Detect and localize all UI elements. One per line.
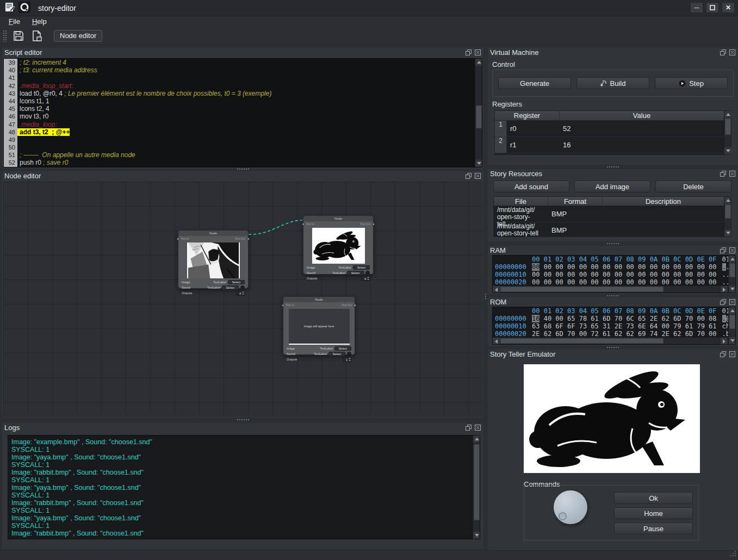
scroll-thumb[interactable] xyxy=(725,119,731,135)
float-icon[interactable] xyxy=(465,424,472,431)
register-row[interactable]: 1 r0 52 xyxy=(495,121,731,137)
rom-vertical-scrollbar[interactable] xyxy=(728,307,735,344)
add-sound-button[interactable]: Add sound xyxy=(493,181,569,192)
port-out-dot[interactable] xyxy=(354,304,356,307)
node-editor-toolbar-button[interactable]: Node editor xyxy=(54,30,102,42)
add-image-button[interactable]: Add image xyxy=(574,181,650,192)
port-in-dot[interactable] xyxy=(302,223,305,226)
port-in-dot[interactable] xyxy=(177,238,179,240)
scroll-up-icon[interactable] xyxy=(724,111,731,118)
log-view[interactable]: Image: "example.bmp" , Sound: "choose1.s… xyxy=(8,435,480,539)
float-icon[interactable] xyxy=(720,298,727,306)
ram-hex-view[interactable]: 00 01 02 03 04 05 06 07 08 09 0A 0B 0C 0… xyxy=(492,255,736,293)
close-icon[interactable] xyxy=(474,49,481,56)
scroll-down-icon[interactable] xyxy=(724,229,731,237)
scroll-up-icon[interactable] xyxy=(724,197,731,204)
select-sound-button[interactable]: Select xyxy=(222,285,239,290)
float-icon[interactable] xyxy=(720,170,727,177)
media-node-3[interactable]: Node Port In Port Out Image will appear … xyxy=(283,296,355,355)
script-code-editor[interactable]: 39; t2: increment 4 40; t3: current medi… xyxy=(3,58,482,167)
scroll-right-icon[interactable] xyxy=(721,338,728,345)
resource-row[interactable]: /mnt/data/git/open-story-tell… BMP xyxy=(494,206,731,222)
close-icon[interactable] xyxy=(729,298,736,306)
resources-scrollbar[interactable] xyxy=(724,197,731,237)
media-node-1[interactable]: Node Port In Port Out ImageTextLabelSele… xyxy=(178,230,249,289)
scroll-thumb[interactable] xyxy=(500,338,663,344)
play-sound-icon[interactable] xyxy=(365,271,370,275)
splitter-handle[interactable] xyxy=(488,346,738,349)
select-sound-button[interactable]: Select xyxy=(347,271,364,275)
select-image-button[interactable]: Select xyxy=(353,265,370,270)
close-icon[interactable] xyxy=(729,170,736,177)
logs-vertical-scrollbar[interactable] xyxy=(473,435,480,539)
register-column-header[interactable]: Register xyxy=(495,111,560,120)
float-icon[interactable] xyxy=(465,172,472,179)
registers-scrollbar[interactable] xyxy=(724,111,731,154)
generate-button[interactable]: Generate xyxy=(498,77,571,89)
scroll-up-icon[interactable] xyxy=(475,59,482,66)
scroll-thumb[interactable] xyxy=(729,315,735,329)
delete-button[interactable]: Delete xyxy=(655,181,731,192)
outputs-stepper[interactable]: 4 xyxy=(361,276,370,281)
toolbar-drag-handle[interactable] xyxy=(3,30,7,42)
pause-button[interactable]: Pause xyxy=(614,522,693,534)
file-column-header[interactable]: File xyxy=(494,197,548,206)
outputs-stepper[interactable]: 1 xyxy=(343,357,351,362)
splitter-handle[interactable] xyxy=(2,418,483,421)
scroll-thumb[interactable] xyxy=(729,263,735,277)
script-vertical-scrollbar[interactable] xyxy=(475,59,482,167)
menu-file[interactable]: File xyxy=(7,17,22,26)
rom-hex-view[interactable]: 00 01 02 03 04 05 06 07 08 09 0A 0B 0C 0… xyxy=(492,307,736,345)
select-sound-button[interactable]: Select xyxy=(328,352,345,356)
menu-help[interactable]: Help xyxy=(30,17,49,26)
ram-vertical-scrollbar[interactable] xyxy=(728,256,735,293)
float-icon[interactable] xyxy=(720,49,727,56)
home-button[interactable]: Home xyxy=(614,507,693,519)
build-button[interactable]: Build xyxy=(576,77,649,89)
scroll-down-icon[interactable] xyxy=(724,147,731,154)
splitter-handle[interactable] xyxy=(488,165,738,169)
scroll-down-icon[interactable] xyxy=(729,285,736,293)
close-icon[interactable] xyxy=(729,247,736,254)
titlebar[interactable]: story-editor ─ ✕ xyxy=(0,0,738,16)
description-column-header[interactable]: Description xyxy=(603,197,724,206)
port-out-dot[interactable] xyxy=(372,223,375,226)
scroll-thumb[interactable] xyxy=(474,444,480,520)
select-image-button[interactable]: Select xyxy=(334,346,351,351)
scroll-thumb[interactable] xyxy=(500,287,663,292)
close-icon[interactable] xyxy=(729,351,736,358)
ram-horizontal-scrollbar[interactable] xyxy=(493,285,728,293)
rom-horizontal-scrollbar[interactable] xyxy=(493,337,728,344)
media-node-2[interactable]: Node Port In Port Out ImageTextLabelSele… xyxy=(303,215,374,275)
scroll-up-icon[interactable] xyxy=(473,435,480,443)
scroll-down-icon[interactable] xyxy=(729,337,736,344)
scroll-down-icon[interactable] xyxy=(473,532,480,539)
play-sound-icon[interactable] xyxy=(240,285,245,290)
splitter-handle[interactable] xyxy=(488,242,738,245)
maximize-button[interactable] xyxy=(706,2,719,13)
float-icon[interactable] xyxy=(465,49,472,56)
scroll-left-icon[interactable] xyxy=(493,338,500,345)
port-in-dot[interactable] xyxy=(282,304,284,307)
scroll-thumb[interactable] xyxy=(476,105,482,128)
resource-row[interactable]: /mnt/data/git/open-story-tell BMP xyxy=(494,222,731,237)
column-splitter-handle[interactable] xyxy=(484,288,487,304)
scroll-right-icon[interactable] xyxy=(721,286,728,293)
float-icon[interactable] xyxy=(720,247,727,254)
node-canvas[interactable]: Node Port In Port Out ImageTextLabelSele… xyxy=(3,182,482,416)
selected-byte[interactable]: 16 xyxy=(532,315,539,322)
close-icon[interactable] xyxy=(474,424,481,431)
step-button[interactable]: Step xyxy=(655,77,728,89)
scroll-up-icon[interactable] xyxy=(729,256,736,263)
select-image-button[interactable]: Select xyxy=(228,280,245,284)
scroll-left-icon[interactable] xyxy=(493,286,500,293)
scroll-up-icon[interactable] xyxy=(729,307,736,314)
save-icon[interactable] xyxy=(11,29,26,43)
register-row[interactable]: 2 r1 16 xyxy=(495,137,731,153)
float-icon[interactable] xyxy=(720,351,727,358)
new-file-icon[interactable] xyxy=(30,29,44,43)
play-sound-icon[interactable] xyxy=(347,352,351,356)
selection-knob[interactable] xyxy=(554,490,587,524)
close-icon[interactable] xyxy=(474,172,481,179)
splitter-handle[interactable] xyxy=(2,167,483,171)
